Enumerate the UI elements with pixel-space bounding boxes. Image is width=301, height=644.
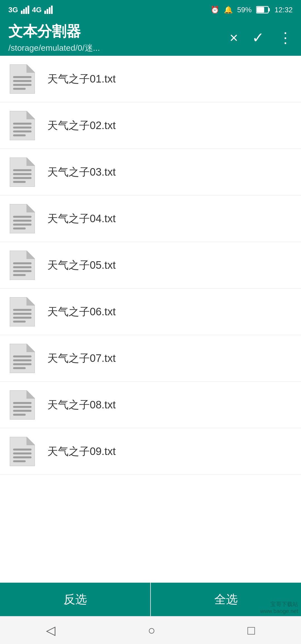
list-item[interactable]: 天气之子07.txt — [0, 335, 301, 382]
confirm-button[interactable]: ✓ — [249, 26, 267, 49]
svg-rect-61 — [13, 449, 31, 451]
network-3g-label: 3G — [8, 6, 18, 14]
svg-marker-54 — [26, 390, 35, 399]
file-name-label: 天气之子03.txt — [47, 165, 116, 179]
file-name-label: 天气之子09.txt — [47, 444, 116, 459]
svg-rect-44 — [13, 313, 31, 315]
list-item[interactable]: 天气之子06.txt — [0, 289, 301, 335]
list-item[interactable]: 天气之子05.txt — [0, 242, 301, 289]
svg-marker-60 — [26, 437, 35, 445]
status-bar: 3G 4G ⏰ 🔔 59% 12:32 — [0, 0, 301, 20]
home-button[interactable]: ○ — [139, 621, 164, 640]
file-icon — [8, 343, 36, 374]
svg-rect-62 — [13, 452, 31, 454]
svg-rect-50 — [13, 359, 31, 361]
svg-rect-64 — [13, 460, 26, 462]
close-button[interactable]: × — [227, 26, 241, 49]
svg-rect-38 — [13, 266, 31, 268]
svg-marker-24 — [26, 158, 35, 166]
svg-rect-40 — [13, 274, 26, 276]
svg-marker-12 — [26, 64, 35, 73]
file-icon — [8, 296, 36, 327]
file-icon — [8, 389, 36, 420]
battery-icon — [256, 6, 270, 14]
list-item[interactable]: 天气之子01.txt — [0, 56, 301, 102]
svg-rect-33 — [13, 224, 31, 226]
file-name-label: 天气之子02.txt — [47, 118, 116, 133]
svg-rect-46 — [13, 321, 26, 323]
app-bar-actions: × ✓ ⋮ — [227, 26, 295, 49]
svg-rect-52 — [13, 367, 26, 369]
svg-rect-0 — [21, 11, 23, 14]
svg-rect-34 — [13, 227, 26, 229]
svg-rect-43 — [13, 309, 31, 311]
svg-rect-45 — [13, 317, 31, 319]
back-button[interactable]: ◁ — [38, 620, 64, 640]
network-indicators: 3G 4G — [8, 6, 53, 14]
svg-rect-10 — [257, 7, 264, 13]
list-item[interactable]: 天气之子03.txt — [0, 149, 301, 195]
svg-rect-21 — [13, 130, 31, 132]
svg-rect-58 — [13, 414, 26, 416]
file-icon — [8, 64, 36, 94]
alarm-icon: ⏰ — [210, 6, 219, 14]
svg-rect-39 — [13, 270, 31, 272]
svg-rect-49 — [13, 355, 31, 357]
list-item[interactable]: 天气之子08.txt — [0, 382, 301, 428]
file-name-label: 天气之子01.txt — [47, 72, 116, 86]
file-name-label: 天气之子08.txt — [47, 398, 116, 412]
svg-rect-9 — [268, 8, 270, 11]
svg-rect-28 — [13, 181, 26, 183]
svg-rect-16 — [13, 88, 26, 90]
svg-rect-7 — [51, 6, 53, 14]
file-name-label: 天气之子05.txt — [47, 258, 116, 272]
svg-marker-30 — [26, 204, 35, 212]
svg-rect-25 — [13, 169, 31, 171]
signal-icon-2 — [44, 6, 53, 14]
svg-marker-48 — [26, 344, 35, 352]
list-item[interactable]: 天气之子02.txt — [0, 102, 301, 149]
file-icon — [8, 203, 36, 234]
svg-rect-19 — [13, 123, 31, 125]
network-4g-label: 4G — [32, 6, 42, 14]
svg-rect-22 — [13, 134, 26, 136]
app-bar: 文本分割器 /storage/emulated/0/迷... × ✓ ⋮ — [0, 20, 301, 56]
svg-rect-6 — [49, 7, 50, 14]
svg-rect-51 — [13, 363, 31, 365]
navigation-bar: ◁ ○ □ — [0, 616, 301, 644]
file-name-label: 天气之子07.txt — [47, 351, 116, 365]
status-right: ⏰ 🔔 59% 12:32 — [210, 6, 293, 14]
file-icon — [8, 250, 36, 280]
svg-marker-42 — [26, 297, 35, 306]
svg-rect-4 — [44, 11, 46, 14]
svg-rect-15 — [13, 84, 31, 86]
svg-rect-1 — [23, 9, 25, 14]
file-list: 天气之子01.txt 天气之子02.txt 天气之子03.txt 天气之子04.… — [0, 56, 301, 475]
invert-selection-button[interactable]: 反选 — [0, 583, 150, 616]
svg-rect-13 — [13, 76, 31, 78]
file-icon — [8, 436, 36, 467]
svg-rect-57 — [13, 410, 31, 412]
svg-rect-55 — [13, 402, 31, 404]
list-item[interactable]: 天气之子04.txt — [0, 195, 301, 242]
svg-rect-32 — [13, 220, 31, 222]
bottom-action-bar: 反选 全选 — [0, 583, 301, 616]
svg-rect-3 — [28, 6, 29, 14]
svg-rect-31 — [13, 216, 31, 218]
battery-text: 59% — [237, 6, 252, 14]
svg-rect-20 — [13, 127, 31, 129]
svg-rect-14 — [13, 80, 31, 82]
file-icon — [8, 110, 36, 141]
more-button[interactable]: ⋮ — [275, 26, 295, 49]
time-display: 12:32 — [275, 6, 293, 14]
list-item[interactable]: 天气之子09.txt — [0, 428, 301, 475]
svg-rect-2 — [25, 7, 27, 14]
svg-rect-27 — [13, 177, 31, 179]
file-list-container: 天气之子01.txt 天气之子02.txt 天气之子03.txt 天气之子04.… — [0, 56, 301, 583]
bell-icon: 🔔 — [224, 6, 233, 14]
svg-rect-26 — [13, 173, 31, 175]
svg-rect-5 — [47, 9, 48, 14]
recents-button[interactable]: □ — [239, 621, 263, 640]
svg-marker-36 — [26, 251, 35, 259]
svg-rect-37 — [13, 262, 31, 264]
